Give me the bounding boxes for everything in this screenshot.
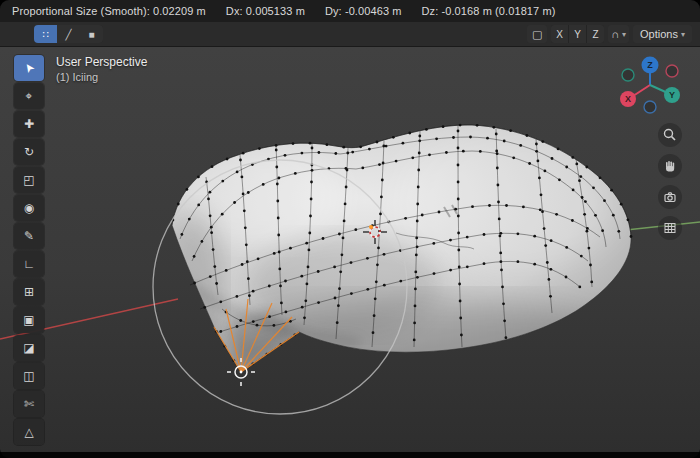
zoom-button[interactable] xyxy=(658,123,682,147)
viewport-canvas[interactable] xyxy=(0,47,700,452)
toggle-perspective-button[interactable] xyxy=(658,216,682,240)
transform-icon: ◉ xyxy=(24,201,34,215)
statusbar-segment-3: Dz: -0.0168 m (0.01817 m) xyxy=(422,5,556,17)
poly-build-icon: △ xyxy=(24,425,33,439)
axis-z-toggle[interactable]: Z xyxy=(587,25,604,43)
select-mode-group: ∷╱■ xyxy=(34,25,103,43)
magnet-icon: ∩ xyxy=(611,28,619,40)
camera-view-button[interactable] xyxy=(658,185,682,209)
gizmo-neg-z-axis[interactable] xyxy=(644,101,656,113)
bevel-icon: ◪ xyxy=(23,341,34,355)
view-controls xyxy=(658,123,682,240)
toolbar: ➤⌖✚↻◰◉✎∟⊞▣◪◫✄△ xyxy=(14,55,44,445)
chevron-down-icon: ▾ xyxy=(622,30,626,39)
tool-bevel[interactable]: ◪ xyxy=(14,335,44,361)
tool-rotate[interactable]: ↻ xyxy=(14,139,44,165)
axis-toggle-group: XYZ xyxy=(551,25,604,43)
knife-icon: ✄ xyxy=(24,397,34,411)
tool-measure[interactable]: ∟ xyxy=(14,251,44,277)
pan-view-button[interactable] xyxy=(658,154,682,178)
tool-extrude-region[interactable]: ⊞ xyxy=(14,279,44,305)
statusbar-segment-0: Proportional Size (Smooth): 0.02209 m xyxy=(12,5,206,17)
gizmo-z-label: Z xyxy=(647,60,653,70)
edge-select-mode-button[interactable]: ╱ xyxy=(57,25,80,43)
mirror-icon-button[interactable]: ▢ xyxy=(527,25,547,43)
extrude-region-icon: ⊞ xyxy=(24,285,34,299)
viewport[interactable]: User Perspective (1) Iciing ➤⌖✚↻◰◉✎∟⊞▣◪◫… xyxy=(0,47,700,452)
navigation-gizmo[interactable]: Z X Y xyxy=(610,53,690,119)
loop-cut-icon: ◫ xyxy=(23,369,34,383)
tool-move[interactable]: ✚ xyxy=(14,111,44,137)
axis-x-toggle[interactable]: X xyxy=(551,25,568,43)
mirror-icon: ▢ xyxy=(532,28,542,41)
axis-y-toggle[interactable]: Y xyxy=(569,25,586,43)
tool-loop-cut[interactable]: ◫ xyxy=(14,363,44,389)
annotate-icon: ✎ xyxy=(24,229,34,243)
vertex-select-mode-button[interactable]: ∷ xyxy=(34,25,57,43)
tool-transform[interactable]: ◉ xyxy=(14,195,44,221)
camera-icon xyxy=(662,189,678,205)
mesh-object[interactable] xyxy=(165,124,640,407)
cursor-icon: ⌖ xyxy=(26,89,33,103)
tool-scale[interactable]: ◰ xyxy=(14,167,44,193)
gizmo-neg-y-axis[interactable] xyxy=(622,69,634,81)
magnifier-icon xyxy=(662,127,678,143)
statusbar-segment-2: Dy: -0.00463 m xyxy=(325,5,402,17)
measure-icon: ∟ xyxy=(23,257,35,271)
options-button[interactable]: Options▾ xyxy=(633,25,692,43)
move-icon: ✚ xyxy=(24,117,34,131)
face-select-mode-button[interactable]: ■ xyxy=(80,25,103,43)
snapping-button[interactable]: ∩▾ xyxy=(608,25,629,43)
rotate-icon: ↻ xyxy=(24,145,34,159)
tool-poly-build[interactable]: △ xyxy=(14,419,44,445)
tool-inset-faces[interactable]: ▣ xyxy=(14,307,44,333)
tool-knife[interactable]: ✄ xyxy=(14,391,44,417)
active-vertex[interactable] xyxy=(369,225,373,229)
hand-icon xyxy=(662,158,678,174)
inset-faces-icon: ▣ xyxy=(23,313,34,327)
statusbar-segment-1: Dx: 0.005133 m xyxy=(226,5,305,17)
viewport-header: ∷╱■ ▢ XYZ ∩▾ Options▾ xyxy=(0,22,700,47)
chevron-down-icon: ▾ xyxy=(681,30,685,39)
options-label: Options xyxy=(640,28,678,40)
tool-select-box[interactable]: ➤ xyxy=(14,55,44,81)
select-box-icon: ➤ xyxy=(20,60,37,76)
blender-window: Proportional Size (Smooth): 0.02209 mDx:… xyxy=(0,0,700,458)
tool-annotate[interactable]: ✎ xyxy=(14,223,44,249)
tool-cursor[interactable]: ⌖ xyxy=(14,83,44,109)
gizmo-y-label: Y xyxy=(669,90,675,100)
scale-icon: ◰ xyxy=(23,173,34,187)
statusbar: Proportional Size (Smooth): 0.02209 mDx:… xyxy=(0,0,700,22)
gizmo-x-label: X xyxy=(625,94,631,104)
gizmo-neg-x-axis[interactable] xyxy=(666,65,678,77)
grid-icon xyxy=(662,220,678,236)
